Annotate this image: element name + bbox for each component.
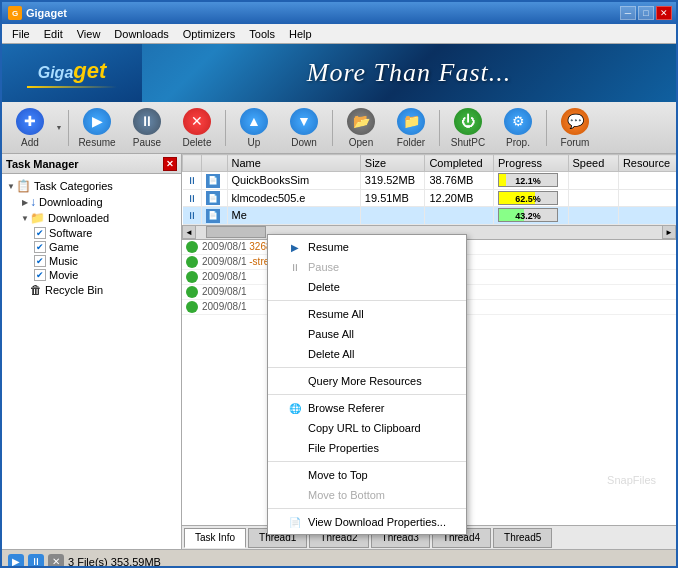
tree-item-recyclebin[interactable]: 🗑 Recycle Bin xyxy=(6,282,177,298)
ctx-browse-referer[interactable]: 🌐 Browse Referer xyxy=(268,398,466,418)
ctx-separator-3 xyxy=(268,394,466,395)
col-header-completed[interactable]: Completed xyxy=(425,155,494,172)
menu-help[interactable]: Help xyxy=(283,26,318,42)
table-row[interactable]: ⏸ 📄 QuickBooksSim 319.52MB 38.76MB 12.1% xyxy=(183,172,677,190)
tree-item-software[interactable]: ✔ Software xyxy=(6,226,177,240)
close-button[interactable]: ✕ xyxy=(656,6,672,20)
checkbox-music[interactable]: ✔ xyxy=(34,255,46,267)
title-bar: G Gigaget ─ □ ✕ xyxy=(2,2,676,24)
toolbar-prop-button[interactable]: ⚙ Prop. xyxy=(494,105,542,151)
tree-item-root[interactable]: ▼ 📋 Task Categories xyxy=(6,178,177,194)
tree-label-music: Music xyxy=(49,255,78,267)
row-resource xyxy=(618,189,676,207)
menu-downloads[interactable]: Downloads xyxy=(108,26,174,42)
tab-task-info[interactable]: Task Info xyxy=(184,528,246,548)
ctx-move-top[interactable]: Move to Top xyxy=(268,465,466,485)
window: G Gigaget ─ □ ✕ File Edit View Downloads… xyxy=(0,0,678,568)
forum-label: Forum xyxy=(561,137,590,148)
tree-label-downloading: Downloading xyxy=(39,196,103,208)
menu-edit[interactable]: Edit xyxy=(38,26,69,42)
forum-icon: 💬 xyxy=(561,108,589,135)
maximize-button[interactable]: □ xyxy=(638,6,654,20)
tree-label-game: Game xyxy=(49,241,79,253)
add-dropdown-arrow[interactable]: ▼ xyxy=(54,105,64,151)
ctx-separator-5 xyxy=(268,508,466,509)
menu-tools[interactable]: Tools xyxy=(243,26,281,42)
row-name: Me xyxy=(227,207,360,225)
row-speed xyxy=(568,172,618,190)
row-file-icon: 📄 xyxy=(201,189,227,207)
tree-expand-downloading: ▶ xyxy=(20,197,30,207)
banner-slogan: More Than Fast... xyxy=(142,58,676,88)
minimize-button[interactable]: ─ xyxy=(620,6,636,20)
ctx-view-download-props[interactable]: 📄 View Download Properties... xyxy=(268,512,466,532)
col-header-resource[interactable]: Resource xyxy=(618,155,676,172)
ctx-delete[interactable]: Delete xyxy=(268,277,466,297)
menu-view[interactable]: View xyxy=(71,26,107,42)
ctx-file-properties[interactable]: File Properties xyxy=(268,438,466,458)
row-completed: 12.20MB xyxy=(425,189,494,207)
toolbar-resume-button[interactable]: ▶ Resume xyxy=(73,105,121,151)
ctx-resume[interactable]: ▶ Resume xyxy=(268,237,466,257)
checkbox-movie[interactable]: ✔ xyxy=(34,269,46,281)
table-row[interactable]: ⏸ 📄 klmcodec505.e 19.51MB 12.20MB 62.5% xyxy=(183,189,677,207)
toolbar-folder-button[interactable]: 📁 Folder xyxy=(387,105,435,151)
toolbar-forum-button[interactable]: 💬 Forum xyxy=(551,105,599,151)
watermark: SnapFiles xyxy=(607,474,656,486)
ctx-copy-url[interactable]: Copy URL to Clipboard xyxy=(268,418,466,438)
ctx-query-resources[interactable]: Query More Resources xyxy=(268,371,466,391)
toolbar-pause-button[interactable]: ⏸ Pause xyxy=(123,105,171,151)
scroll-left-button[interactable]: ◄ xyxy=(182,225,196,239)
row-name: QuickBooksSim xyxy=(227,172,360,190)
sidebar-close-button[interactable]: ✕ xyxy=(163,157,177,171)
menu-optimizers[interactable]: Optimizers xyxy=(177,26,242,42)
down-icon: ▼ xyxy=(290,108,318,135)
scroll-right-button[interactable]: ► xyxy=(662,225,676,239)
status-icon-3: ✕ xyxy=(48,554,64,569)
tree-item-music[interactable]: ✔ Music xyxy=(6,254,177,268)
toolbar-open-button[interactable]: 📂 Open xyxy=(337,105,385,151)
ctx-delete-icon xyxy=(288,280,302,294)
tree-expand-recycle xyxy=(20,285,30,295)
sidebar-header: Task Manager ✕ xyxy=(2,154,181,174)
tree-label-root: Task Categories xyxy=(34,180,113,192)
ctx-resume-all[interactable]: Resume All xyxy=(268,304,466,324)
tree-label-recyclebin: Recycle Bin xyxy=(45,284,103,296)
col-header-progress[interactable]: Progress xyxy=(494,155,569,172)
download-table-container: Name Size Completed Progress Speed Resou… xyxy=(182,154,676,225)
scroll-thumb[interactable] xyxy=(206,226,266,238)
row-progress: 12.1% xyxy=(494,172,569,190)
table-row-selected[interactable]: ⏸ 📄 Me 43.2% xyxy=(183,207,677,225)
tree-item-downloading[interactable]: ▶ ↓ Downloading xyxy=(6,194,177,210)
ctx-delete-all[interactable]: Delete All xyxy=(268,344,466,364)
toolbar-down-button[interactable]: ▼ Down xyxy=(280,105,328,151)
tree-item-downloaded[interactable]: ▼ 📁 Downloaded xyxy=(6,210,177,226)
ctx-resume-icon: ▶ xyxy=(288,240,302,254)
tree-item-movie[interactable]: ✔ Movie xyxy=(6,268,177,282)
checkbox-software[interactable]: ✔ xyxy=(34,227,46,239)
log-status-icon xyxy=(186,256,198,268)
col-header-name[interactable]: Name xyxy=(227,155,360,172)
toolbar-add-button[interactable]: ✚ Add xyxy=(6,105,54,151)
ctx-pause-all[interactable]: Pause All xyxy=(268,324,466,344)
prop-icon: ⚙ xyxy=(504,108,532,135)
col-header-status xyxy=(183,155,202,172)
row-speed xyxy=(568,207,618,225)
window-title: Gigaget xyxy=(26,7,67,19)
tree-item-game[interactable]: ✔ Game xyxy=(6,240,177,254)
col-header-speed[interactable]: Speed xyxy=(568,155,618,172)
col-header-icon xyxy=(201,155,227,172)
menu-file[interactable]: File xyxy=(6,26,36,42)
checkbox-game[interactable]: ✔ xyxy=(34,241,46,253)
ctx-pause: ⏸ Pause xyxy=(268,257,466,277)
tab-thread5[interactable]: Thread5 xyxy=(493,528,552,548)
folder-label: Folder xyxy=(397,137,425,148)
toolbar-up-button[interactable]: ▲ Up xyxy=(230,105,278,151)
col-header-size[interactable]: Size xyxy=(360,155,425,172)
toolbar-shutpc-button[interactable]: ⏻ ShutPC xyxy=(444,105,492,151)
up-label: Up xyxy=(248,137,261,148)
toolbar-delete-button[interactable]: ✕ Delete xyxy=(173,105,221,151)
sidebar-tree: ▼ 📋 Task Categories ▶ ↓ Downloading ▼ 📁 … xyxy=(2,174,181,549)
ctx-separator-2 xyxy=(268,367,466,368)
open-label: Open xyxy=(349,137,373,148)
